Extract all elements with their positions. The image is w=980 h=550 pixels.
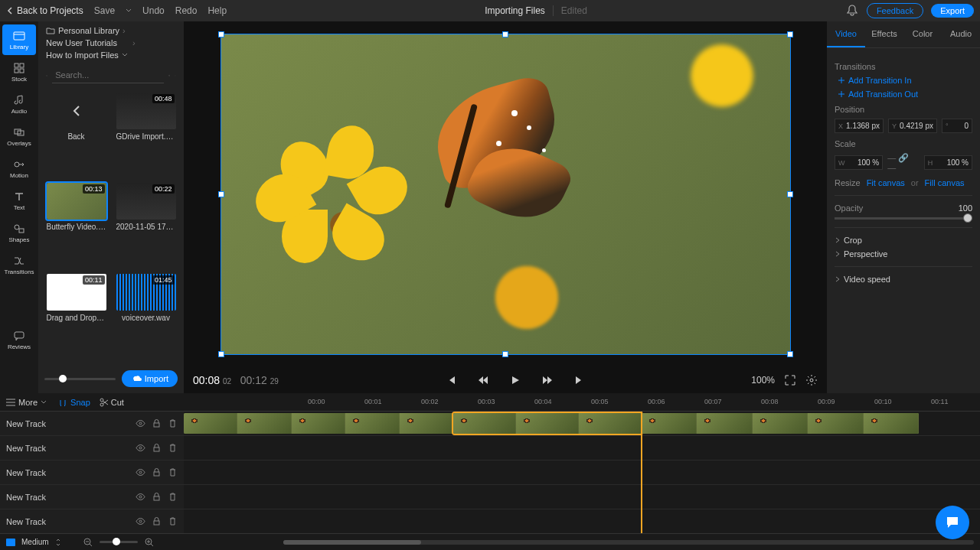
video-clip-selected[interactable] xyxy=(453,413,642,434)
crumb-a[interactable]: Personal Library xyxy=(58,26,119,35)
video-clip[interactable] xyxy=(642,413,919,434)
lock-icon[interactable] xyxy=(152,418,162,428)
trash-icon[interactable] xyxy=(168,467,178,477)
save-menu[interactable]: Save xyxy=(94,5,115,16)
rewind-button[interactable] xyxy=(475,372,492,389)
library-item[interactable]: 00:48 GDrive Import.mp4 xyxy=(114,93,178,177)
timeline-more[interactable]: More xyxy=(0,398,53,407)
dur: 00:48 xyxy=(152,94,175,103)
cut-button[interactable]: Cut xyxy=(100,398,124,407)
lock-icon[interactable] xyxy=(152,516,162,526)
crop-section[interactable]: Crop xyxy=(835,236,972,245)
link-icon[interactable]: — 🔗 — xyxy=(887,153,920,172)
undo-menu[interactable]: Undo xyxy=(142,5,165,16)
track-indicator-icon[interactable] xyxy=(6,539,15,546)
library-item[interactable]: 00:13 Butterfly Video.mp4 xyxy=(44,183,108,267)
rotation-input[interactable]: °0 xyxy=(942,119,972,133)
video-clip[interactable] xyxy=(184,413,453,434)
quality-label[interactable]: Medium xyxy=(21,538,49,546)
trash-icon[interactable] xyxy=(168,492,178,502)
add-transition-out[interactable]: Add Transition Out xyxy=(835,89,972,99)
library-item[interactable]: 00:11 Drag and Drop File... xyxy=(44,274,108,358)
perspective-section[interactable]: Perspective xyxy=(835,249,972,259)
lock-icon[interactable] xyxy=(152,443,162,453)
add-transition-in[interactable]: Add Transition In xyxy=(835,76,972,85)
timeline-zoom-slider[interactable] xyxy=(100,541,138,543)
search-input[interactable] xyxy=(52,67,164,83)
eye-icon[interactable] xyxy=(136,492,145,502)
tab-audio[interactable]: Audio xyxy=(942,21,980,47)
tab-video[interactable]: Video xyxy=(827,21,865,47)
scale-w-input[interactable]: W100 % xyxy=(835,155,883,170)
sidebar-transitions[interactable]: Transitions xyxy=(2,249,36,280)
timeline-scrollbar[interactable] xyxy=(283,540,974,545)
trash-icon[interactable] xyxy=(168,516,178,526)
tab-color[interactable]: Color xyxy=(903,21,942,47)
library-zoom-slider[interactable] xyxy=(44,378,116,380)
skip-start-button[interactable] xyxy=(443,372,459,389)
snap-toggle[interactable]: Snap xyxy=(59,398,90,407)
zoom-level[interactable]: 100% xyxy=(751,375,775,386)
eye-icon[interactable] xyxy=(136,443,145,453)
track-lane[interactable] xyxy=(184,436,980,461)
fit-canvas-link[interactable]: Fit canvas xyxy=(867,178,905,187)
scale-h-input[interactable]: H100 % xyxy=(924,155,972,170)
redo-menu[interactable]: Redo xyxy=(175,5,198,16)
save-dropdown-icon[interactable] xyxy=(126,8,132,14)
opacity-slider[interactable] xyxy=(835,217,972,220)
sidebar-motion[interactable]: Motion xyxy=(2,153,36,184)
trash-icon[interactable] xyxy=(168,418,178,428)
import-button[interactable]: Import xyxy=(122,370,178,387)
library-item[interactable]: 00:22 2020-11-05 17-06-... xyxy=(114,183,178,267)
forward-button[interactable] xyxy=(539,372,556,389)
track-lane[interactable] xyxy=(184,412,980,436)
track-lane[interactable] xyxy=(184,485,980,509)
video-speed-section[interactable]: Video speed xyxy=(835,275,972,284)
pos-x-input[interactable]: X1.1368 px xyxy=(835,119,884,133)
track-lane[interactable] xyxy=(184,461,980,485)
back-to-projects[interactable]: Back to Projects xyxy=(6,5,83,16)
crumb-c[interactable]: How to Import Files xyxy=(46,50,119,60)
library-item[interactable]: 01:45 voiceover.wav xyxy=(114,274,178,358)
chat-button[interactable] xyxy=(936,506,969,539)
quality-updown-icon[interactable] xyxy=(55,539,61,546)
sidebar-overlays[interactable]: Overlays xyxy=(2,121,36,151)
dur: 00:13 xyxy=(83,184,105,194)
sidebar-text[interactable]: Text xyxy=(2,185,36,216)
zoom-out-icon[interactable] xyxy=(83,537,93,548)
track-lane[interactable] xyxy=(184,509,980,533)
eye-icon[interactable] xyxy=(136,467,145,477)
fill-canvas-link[interactable]: Fill canvas xyxy=(925,178,965,187)
sort-icon[interactable] xyxy=(175,70,176,81)
sidebar-stock[interactable]: Stock xyxy=(2,57,36,87)
eye-icon[interactable] xyxy=(136,516,145,526)
settings-icon[interactable] xyxy=(805,374,818,386)
filter-icon[interactable] xyxy=(168,70,170,81)
zoom-in-icon[interactable] xyxy=(144,537,155,548)
fullscreen-icon[interactable] xyxy=(784,374,796,386)
sidebar-audio[interactable]: Audio xyxy=(2,89,36,119)
lock-icon[interactable] xyxy=(152,467,162,477)
export-button[interactable]: Export xyxy=(931,4,974,18)
svg-point-15 xyxy=(139,422,142,425)
sidebar-shapes[interactable]: Shapes xyxy=(2,217,36,248)
tab-effects[interactable]: Effects xyxy=(865,21,903,47)
help-menu[interactable]: Help xyxy=(207,5,227,16)
eye-icon[interactable] xyxy=(136,418,145,428)
forward-icon xyxy=(542,375,553,386)
notifications-icon[interactable] xyxy=(845,4,859,18)
sidebar-library[interactable]: Library xyxy=(2,24,36,55)
pos-y-input[interactable]: Y0.4219 px xyxy=(888,119,937,133)
playhead[interactable] xyxy=(641,412,642,533)
lock-icon[interactable] xyxy=(152,492,162,502)
play-button[interactable] xyxy=(507,372,524,389)
skip-end-button[interactable] xyxy=(571,372,588,389)
preview-canvas[interactable] xyxy=(220,34,791,355)
trash-icon[interactable] xyxy=(168,443,178,453)
chevron-down-icon[interactable] xyxy=(122,52,128,58)
selection-box[interactable] xyxy=(220,34,791,355)
crumb-b[interactable]: New User Tutorials xyxy=(46,38,117,47)
sidebar-reviews[interactable]: Reviews xyxy=(2,324,36,355)
feedback-button[interactable]: Feedback xyxy=(867,3,923,18)
library-back[interactable] xyxy=(47,93,106,129)
